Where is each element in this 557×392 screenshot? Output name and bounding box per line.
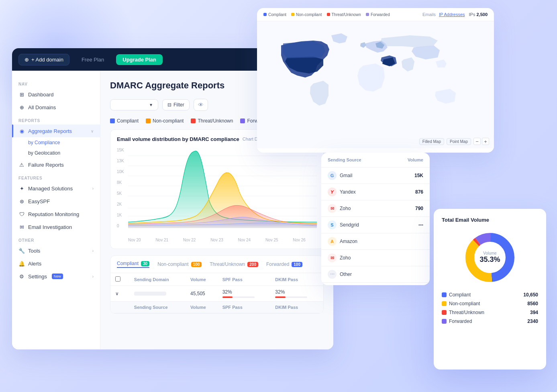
sub-th-volume: Volume <box>186 302 218 313</box>
area-chart-svg <box>128 148 317 228</box>
source-sendgrid-volume: --- <box>418 222 423 228</box>
row-spf: 32% <box>218 286 271 302</box>
donut-legend-left-threat: Threat/Unknown <box>442 310 484 315</box>
legend-dot-forwarded <box>240 118 245 123</box>
badge-compliant: 30 <box>141 261 149 266</box>
th-sending-domain: Sending Domain <box>129 273 186 286</box>
globe-icon: ⊕ <box>18 104 25 110</box>
zoho-icon: ✉ <box>328 204 337 213</box>
donut-legend-left-noncompliant: Non-compliant <box>442 301 480 306</box>
source-row-zoho: ✉ Zoho 790 <box>321 200 430 217</box>
source-other-name: ⋯ Other <box>328 270 352 279</box>
map-controls: Emails IP Addresses IPs 2,500 <box>422 12 488 17</box>
th-checkbox <box>110 273 129 286</box>
sidebar-item-settings[interactable]: ⚙ Settings New › <box>12 270 100 283</box>
point-map-button[interactable]: Point Map <box>447 138 471 145</box>
row-expand[interactable]: ∨ <box>110 286 129 302</box>
sub-th-source: Sending Source <box>129 302 186 313</box>
sidebar: NAV ⊞ Dashboard ⊕ All Domains REPORTS ◉ … <box>12 71 100 349</box>
sidebar-item-reputation-monitoring[interactable]: 🛡 Reputation Monitoring <box>12 208 100 220</box>
select-all-checkbox[interactable] <box>115 276 120 282</box>
donut-dot-noncompliant <box>442 301 447 306</box>
source-yandex-name: Y Yandex <box>328 188 356 196</box>
warning-icon: ⚠ <box>18 161 25 168</box>
donut-dot-compliant <box>442 292 447 297</box>
tab-noncompliant[interactable]: Non-compliant 100 <box>157 261 202 267</box>
sidebar-item-by-geolocation[interactable]: by Geolocation <box>12 148 100 158</box>
email-icon: ✉ <box>18 224 25 230</box>
donut-title: Total Email Volume <box>442 217 538 223</box>
map-legend-noncompliant: Non-compliant <box>291 12 322 17</box>
chevron-down-icon-filter: ▾ <box>150 102 152 108</box>
source-row-yandex: Y Yandex 876 <box>321 184 430 200</box>
donut-legend: Compliant 10,650 Non-compliant 8560 Thre… <box>442 292 538 324</box>
source-gmail-name: G Gmail <box>328 171 352 180</box>
map-tab-ips[interactable]: IP Addresses <box>439 12 465 17</box>
filter-button[interactable]: ⊟ Filter <box>162 99 190 110</box>
zoom-out-button[interactable]: − <box>473 138 481 145</box>
map-tab-emails[interactable]: Emails <box>422 12 436 17</box>
table-section: Compliant 30 Non-compliant 100 Threat/Un… <box>110 255 324 314</box>
tab-compliant[interactable]: Compliant 30 <box>117 261 149 268</box>
source-zoho2-name: ✉ Zoho <box>328 253 351 262</box>
star-icon: ✦ <box>18 185 25 192</box>
map-card: Compliant Non-compliant Threat/Unknown F… <box>257 8 494 153</box>
sidebar-item-tools[interactable]: 🔧 Tools › <box>12 244 100 257</box>
free-plan-button[interactable]: Free Plan <box>76 54 110 65</box>
chevron-right-icon-tools: › <box>92 249 94 253</box>
add-domain-label: + Add domain <box>31 57 63 63</box>
sidebar-section-reports: REPORTS <box>12 114 100 125</box>
tab-threat[interactable]: Threat/Unknown 200 <box>210 261 258 267</box>
sidebar-item-email-investigation[interactable]: ✉ Email Investigation <box>12 220 100 233</box>
sidebar-item-easy-spf[interactable]: ⊛ EasySPF <box>12 195 100 208</box>
y-axis-labels: 15K13K10K8K5K2K1K0 <box>117 148 126 228</box>
zoom-in-button[interactable]: + <box>482 138 489 145</box>
row-dkim: 32% <box>270 286 323 302</box>
sidebar-item-dashboard[interactable]: ⊞ Dashboard <box>12 88 100 101</box>
badge-forwarded: 100 <box>292 262 302 267</box>
zoho2-icon: ✉ <box>328 253 337 262</box>
chart-title: Email volume distribution by DMARC compl… <box>117 136 239 142</box>
chevron-right-icon-settings: › <box>92 274 94 279</box>
spf-icon: ⊛ <box>18 198 25 204</box>
sidebar-item-by-compliance[interactable]: by Compliance <box>12 137 100 148</box>
donut-legend-compliant: Compliant 10,650 <box>442 292 538 298</box>
map-header: Compliant Non-compliant Threat/Unknown F… <box>257 8 494 21</box>
map-ips-count: IPs 2,500 <box>469 12 488 17</box>
source-zoho-volume: 790 <box>415 206 423 211</box>
chevron-right-icon: › <box>92 186 94 191</box>
source-amazon-name: A Amazon <box>328 237 357 246</box>
map-dot-forwarded <box>366 13 369 16</box>
sidebar-item-all-domains[interactable]: ⊕ All Domains <box>12 101 100 114</box>
sidebar-section-features: FEATURES <box>12 171 100 182</box>
other-icon: ⋯ <box>328 270 337 279</box>
visibility-button[interactable]: 👁 <box>194 99 208 111</box>
source-row-zoho2: ✉ Zoho <box>321 250 430 266</box>
map-legend: Compliant Non-compliant Threat/Unknown F… <box>263 12 390 17</box>
sidebar-item-alerts[interactable]: 🔔 Alerts <box>12 257 100 270</box>
map-tabs: Emails IP Addresses <box>422 12 465 17</box>
plus-icon: ⊕ <box>24 57 29 63</box>
bell-icon: 🔔 <box>18 260 25 267</box>
donut-legend-threat: Threat/Unknown 394 <box>442 310 538 315</box>
th-volume: Volume <box>186 273 218 286</box>
upgrade-plan-button[interactable]: Upgrade Plan <box>116 54 163 65</box>
sub-th-spf: SPF Pass <box>218 302 271 313</box>
row-volume: 45,505 <box>186 286 218 302</box>
chevron-down-icon: ∨ <box>91 129 94 133</box>
sidebar-item-failure-reports[interactable]: ⚠ Failure Reports <box>12 158 100 171</box>
sendgrid-icon: S <box>328 220 337 229</box>
source-row-amazon: A Amazon <box>321 233 430 250</box>
sidebar-item-aggregate-reports[interactable]: ◉ Aggregate Reports ∨ <box>12 125 100 137</box>
tab-row: Compliant 30 Non-compliant 100 Threat/Un… <box>110 256 323 273</box>
legend-dot-threat <box>191 118 196 123</box>
new-badge: New <box>52 274 63 279</box>
source-row-other: ⋯ Other <box>321 266 430 283</box>
filled-map-button[interactable]: Filled Map <box>419 138 444 145</box>
add-domain-button[interactable]: ⊕ + Add domain <box>18 54 69 65</box>
map-body: Filled Map Point Map − + <box>257 21 494 148</box>
tab-forwarded[interactable]: Forwarded 100 <box>266 261 302 267</box>
map-zoom-controls: − + <box>473 138 489 145</box>
filter-dropdown[interactable]: ▾ <box>110 99 158 110</box>
sidebar-item-managed-solutions[interactable]: ✦ Managed Solutions › <box>12 182 100 195</box>
